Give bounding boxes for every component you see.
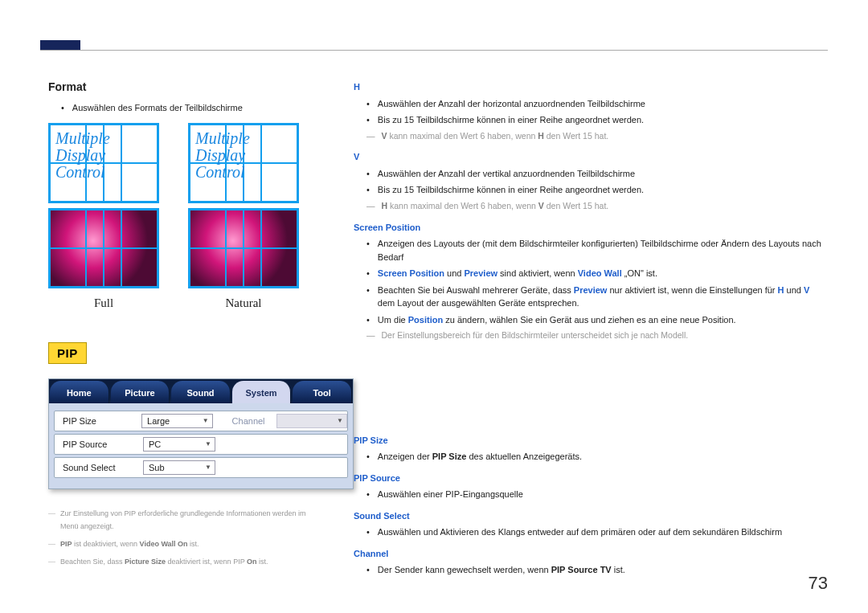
screen-position-heading: Screen Position — [354, 221, 828, 235]
footnote-3: Beachten Sie, dass Picture Size deaktivi… — [48, 555, 321, 568]
select-channel: ▼ — [276, 414, 348, 428]
format-heading: Format — [48, 80, 321, 93]
pipsource-bullet: Auswählen einer PIP-Eingangsquelle — [366, 488, 828, 501]
panel-natural-bottom — [188, 208, 299, 288]
pipsize-heading: PIP Size — [354, 434, 828, 447]
sp-bullet-2: Screen Position und Preview sind aktivie… — [366, 267, 828, 280]
left-column: Format Auswählen des Formats der Teilbil… — [48, 80, 338, 573]
sp-note: Der Einstellungsbereich für den Bildschi… — [366, 329, 828, 342]
footnotes: Zur Einstellung von PIP erforderliche gr… — [48, 507, 321, 569]
tab-home[interactable]: Home — [50, 381, 109, 403]
pip-settings-panel: Home Picture Sound System Tool PIP Size … — [48, 378, 354, 489]
channel-heading: Channel — [354, 547, 828, 561]
panel-full: Multiple Display Control Full — [48, 123, 159, 310]
tab-picture[interactable]: Picture — [111, 381, 170, 403]
page-content: Format Auswählen des Formats der Teilbil… — [48, 80, 828, 573]
header-accent — [40, 40, 80, 50]
label-pip-source: PIP Source — [55, 439, 143, 449]
page-number: 73 — [809, 573, 828, 594]
label-pip-size: PIP Size — [55, 416, 141, 426]
soundselect-heading: Sound Select — [354, 509, 828, 523]
v-heading: V — [354, 150, 828, 164]
row-pip-source: PIP Source PC▼ — [54, 434, 348, 455]
pipsize-bullet: Anzeigen der PIP Size des aktuellen Anze… — [366, 450, 828, 464]
channel-bullet: Der Sender kann gewechselt werden, wenn … — [366, 563, 828, 577]
header-rule — [40, 50, 828, 51]
row-pip-size: PIP Size Large▼ Channel ▼ — [54, 411, 348, 431]
v-note: H kann maximal den Wert 6 haben, wenn V … — [366, 200, 828, 213]
label-sound-select: Sound Select — [55, 463, 143, 472]
format-bullet: Auswählen des Formats der Teilbildschirm… — [61, 101, 321, 115]
natural-caption: Natural — [188, 296, 299, 310]
panel-mdc-text: Multiple Display Control — [51, 125, 157, 201]
sp-bullet-1: Anzeigen des Layouts der (mit dem Bildsc… — [366, 237, 828, 264]
tab-system[interactable]: System — [232, 381, 292, 403]
panel-natural-top: Multiple Display Control — [188, 123, 299, 203]
chevron-down-icon: ▼ — [203, 417, 209, 424]
soundselect-bullet: Auswählen und Aktivieren des Klangs entw… — [366, 525, 828, 539]
pipsource-heading: PIP Source — [354, 472, 828, 485]
panel-natural: Multiple Display Control Natural — [188, 123, 299, 310]
tab-sound[interactable]: Sound — [171, 381, 231, 403]
pip-body: PIP Size Large▼ Channel ▼ PIP Source PC▼… — [49, 403, 353, 488]
footnote-1: Zur Einstellung von PIP erforderliche gr… — [48, 507, 321, 533]
chevron-down-icon: ▼ — [205, 440, 211, 447]
select-pip-source[interactable]: PC▼ — [143, 437, 215, 452]
pip-badge: PIP — [48, 342, 87, 364]
text: Auswählen des Formats der Teilbildschirm… — [72, 101, 243, 115]
pip-tabs: Home Picture Sound System Tool — [49, 379, 353, 403]
panel-full-top: Multiple Display Control — [48, 123, 159, 203]
select-sound-select[interactable]: Sub▼ — [143, 460, 215, 475]
full-caption: Full — [48, 296, 159, 310]
sp-bullet-4: Um die Position zu ändern, wählen Sie ei… — [366, 313, 828, 327]
select-pip-size[interactable]: Large▼ — [141, 414, 213, 428]
right-column: H Auswählen der Anzahl der horizontal an… — [338, 80, 828, 573]
h-bullet-2: Bis zu 15 Teilbildschirme können in eine… — [366, 113, 828, 127]
sp-bullet-3: Beachten Sie bei Auswahl mehrerer Geräte… — [366, 284, 828, 310]
panel-mdc-text: Multiple Display Control — [190, 125, 297, 201]
h-bullet-1: Auswählen der Anzahl der horizontal anzu… — [366, 97, 828, 111]
format-images: Multiple Display Control Full Multiple D… — [48, 123, 321, 310]
chevron-down-icon: ▼ — [205, 464, 211, 471]
v-bullet-2: Bis zu 15 Teilbildschirme können in eine… — [366, 183, 828, 197]
panel-full-bottom — [48, 208, 159, 288]
v-bullet-1: Auswählen der Anzahl der vertikal anzuor… — [366, 167, 828, 181]
row-sound-select: Sound Select Sub▼ — [54, 457, 348, 478]
footnote-2: PIP ist deaktiviert, wenn Video Wall On … — [48, 537, 321, 550]
label-channel: Channel — [213, 416, 276, 426]
h-heading: H — [354, 80, 828, 94]
h-note: V kann maximal den Wert 6 haben, wenn H … — [366, 130, 828, 143]
